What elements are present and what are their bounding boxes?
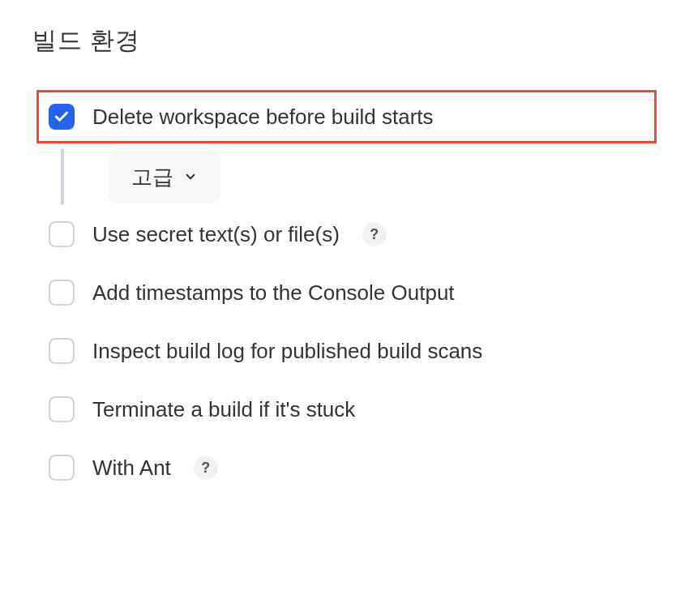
checkbox-add-timestamps[interactable]: [49, 280, 75, 306]
advanced-label: 고급: [131, 163, 173, 191]
option-delete-workspace: Delete workspace before build starts: [36, 90, 657, 143]
option-add-timestamps: Add timestamps to the Console Output: [36, 268, 657, 317]
option-terminate-stuck: Terminate a build if it's stuck: [36, 385, 657, 434]
checkbox-with-ant[interactable]: [49, 455, 75, 481]
label-with-ant: With Ant: [92, 456, 171, 481]
checkbox-inspect-build-log[interactable]: [49, 338, 75, 364]
help-icon-with-ant[interactable]: ?: [194, 456, 218, 480]
advanced-button[interactable]: 고급: [109, 152, 220, 203]
checkbox-use-secret[interactable]: [49, 221, 75, 247]
section-title: 빌드 환경: [32, 24, 657, 58]
check-icon: [53, 109, 70, 125]
option-inspect-build-log: Inspect build log for published build sc…: [36, 327, 657, 375]
label-terminate-stuck: Terminate a build if it's stuck: [92, 397, 355, 422]
build-environment-options: Delete workspace before build starts 고급 …: [32, 90, 657, 492]
option-use-secret: Use secret text(s) or file(s) ?: [36, 210, 657, 259]
option-with-ant: With Ant ?: [36, 443, 657, 492]
options-list: Use secret text(s) or file(s) ? Add time…: [36, 210, 657, 492]
label-add-timestamps: Add timestamps to the Console Output: [92, 280, 455, 306]
label-delete-workspace: Delete workspace before build starts: [92, 105, 434, 130]
chevron-down-icon: [183, 169, 198, 184]
help-icon-use-secret[interactable]: ?: [362, 222, 387, 246]
label-inspect-build-log: Inspect build log for published build sc…: [92, 339, 482, 364]
checkbox-terminate-stuck[interactable]: [49, 396, 75, 422]
tree-connector: [61, 148, 64, 205]
label-use-secret: Use secret text(s) or file(s): [92, 222, 340, 247]
checkbox-delete-workspace[interactable]: [49, 104, 75, 130]
advanced-section: 고급: [36, 148, 657, 205]
